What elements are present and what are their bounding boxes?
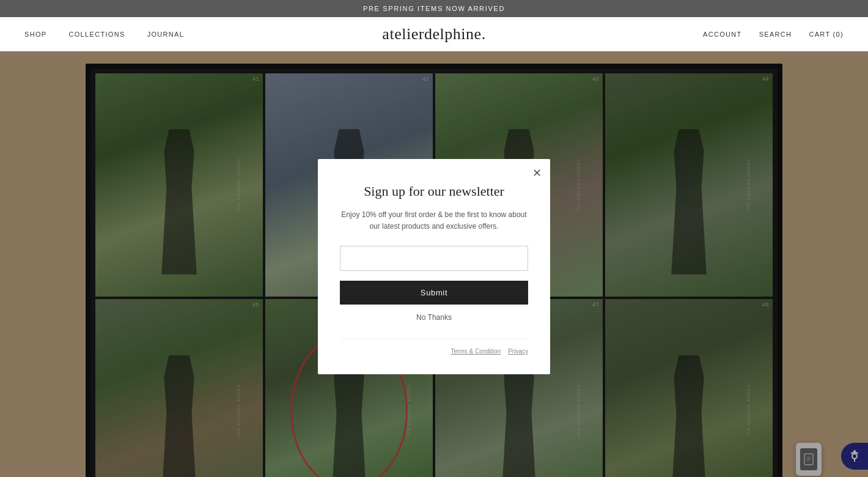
modal-close-button[interactable]: ✕ bbox=[532, 168, 542, 179]
privacy-link[interactable]: Privacy bbox=[508, 348, 528, 355]
nav-left: SHOP COLLECTIONS JOURNAL bbox=[24, 31, 184, 38]
hero-background: 41 KODAK PORTRA 400 42 KODAK PORTRA 400 … bbox=[0, 51, 868, 477]
modal-footer: Terms & Condition Privacy bbox=[340, 339, 528, 355]
nav-right: ACCOUNT SEARCH CART (0) bbox=[703, 31, 844, 38]
nav-collections[interactable]: COLLECTIONS bbox=[68, 31, 125, 38]
nav-search[interactable]: SEARCH bbox=[759, 31, 792, 38]
terms-link[interactable]: Terms & Condition bbox=[451, 348, 501, 355]
modal-description: Enjoy 10% off your first order & be the … bbox=[340, 209, 528, 232]
site-logo[interactable]: atelierdelphine. bbox=[382, 25, 485, 43]
modal-title: Sign up for our newsletter bbox=[340, 183, 528, 199]
modal-overlay[interactable]: ✕ Sign up for our newsletter Enjoy 10% o… bbox=[0, 51, 868, 477]
main-nav: SHOP COLLECTIONS JOURNAL atelierdelphine… bbox=[0, 17, 868, 51]
nav-journal[interactable]: JOURNAL bbox=[147, 31, 185, 38]
announcement-bar: PRE SPRING ITEMS NOW ARRIVED bbox=[0, 0, 868, 17]
submit-button[interactable]: Submit bbox=[340, 281, 528, 305]
email-input[interactable] bbox=[340, 246, 528, 271]
announcement-text: PRE SPRING ITEMS NOW ARRIVED bbox=[363, 5, 505, 12]
newsletter-modal: ✕ Sign up for our newsletter Enjoy 10% o… bbox=[318, 159, 550, 374]
no-thanks-button[interactable]: No Thanks bbox=[340, 313, 528, 322]
nav-cart[interactable]: CART (0) bbox=[809, 31, 844, 38]
nav-shop[interactable]: SHOP bbox=[24, 31, 46, 38]
nav-account[interactable]: ACCOUNT bbox=[703, 31, 742, 38]
